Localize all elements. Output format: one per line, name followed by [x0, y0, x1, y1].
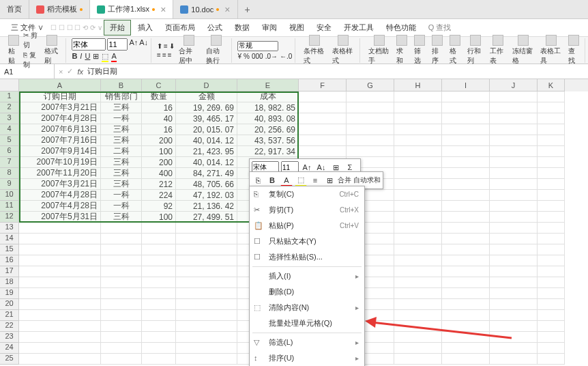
cell-reference-box[interactable]: A1 [0, 64, 55, 79]
menu-insert[interactable]: 插入 [132, 20, 158, 35]
cell[interactable] [19, 310, 101, 321]
align-left-icon[interactable]: ≡ [157, 51, 161, 59]
cell[interactable]: 16 [142, 124, 176, 135]
cell[interactable] [142, 332, 176, 343]
cell[interactable]: 48, 705. 66 [176, 179, 237, 190]
col-header-C[interactable]: C [142, 79, 176, 92]
cell[interactable] [101, 310, 142, 321]
cell[interactable] [538, 102, 565, 113]
cell[interactable] [490, 255, 538, 266]
cell[interactable] [176, 223, 237, 234]
cell[interactable] [347, 135, 394, 146]
cell[interactable]: 2007年3月21日 [19, 102, 101, 113]
row-header-19[interactable]: 19 [0, 288, 19, 299]
cell[interactable] [299, 102, 347, 113]
cell[interactable] [538, 135, 565, 146]
cell[interactable] [442, 223, 490, 234]
tab-home[interactable]: 首页 [0, 0, 29, 18]
cell[interactable] [490, 113, 538, 124]
col-header-G[interactable]: G [347, 79, 394, 92]
cell[interactable]: 212 [142, 179, 176, 190]
cell[interactable]: 20, 256. 69 [237, 124, 299, 135]
tab-doc[interactable]: 10.doc × [173, 0, 237, 18]
cell[interactable] [176, 244, 237, 255]
cell[interactable]: 2007年5月31日 [19, 212, 101, 223]
cell[interactable] [442, 266, 490, 277]
cell[interactable]: 一科 [101, 190, 142, 201]
cell[interactable] [394, 113, 442, 124]
cell[interactable] [538, 201, 565, 212]
col-header-B[interactable]: B [101, 79, 142, 92]
cell[interactable]: 2007年3月21日 [19, 179, 101, 190]
cell[interactable]: 一科 [101, 113, 142, 124]
cell[interactable]: 40, 014. 12 [176, 157, 237, 168]
fx-icon[interactable]: fx [77, 68, 83, 76]
fx-cancel-icon[interactable]: × [59, 68, 63, 76]
mini-border2-icon[interactable]: ⊞ [323, 174, 336, 186]
cell[interactable] [101, 299, 142, 310]
cell[interactable] [347, 102, 394, 113]
cell[interactable]: 16 [142, 102, 176, 113]
sum-button[interactable]: 求和 [394, 33, 410, 67]
table-tool-button[interactable]: 表格工具 [538, 33, 564, 67]
cell[interactable] [442, 157, 490, 168]
cell[interactable] [142, 244, 176, 255]
cell[interactable] [442, 92, 490, 102]
menu-features[interactable]: 特色功能 [381, 20, 422, 35]
align-bot-icon[interactable]: ⬇ [169, 42, 175, 50]
cell[interactable]: 84, 271. 49 [176, 168, 237, 179]
cell[interactable]: 400 [142, 168, 176, 179]
mini-font-color-icon[interactable]: A [280, 174, 293, 186]
cell[interactable] [490, 277, 538, 288]
cell[interactable]: 20, 015. 07 [176, 124, 237, 135]
tab-template[interactable]: 稻壳模板 [29, 0, 90, 18]
context-menu-item[interactable]: 删除(D) [250, 284, 364, 300]
mini-bold-button[interactable]: B [266, 174, 278, 186]
cell[interactable]: 三科 [101, 157, 142, 168]
cell[interactable]: 三科 [101, 124, 142, 135]
col-header-D[interactable]: D [176, 79, 237, 92]
col-header-J[interactable]: J [490, 79, 538, 92]
cell[interactable] [19, 277, 101, 288]
close-icon[interactable]: × [160, 4, 166, 15]
cell[interactable]: 订购日期 [19, 92, 101, 102]
context-menu-item[interactable]: 批量处理单元格(Q) [250, 315, 364, 331]
cell[interactable] [19, 244, 101, 255]
cell[interactable]: 21, 136. 42 [176, 201, 237, 212]
row-header-13[interactable]: 13 [0, 223, 19, 234]
cell[interactable] [538, 354, 565, 365]
cell[interactable] [442, 190, 490, 201]
cell[interactable]: 2007年9月14日 [19, 146, 101, 157]
cell[interactable] [142, 266, 176, 277]
cell[interactable]: 47, 192. 03 [176, 190, 237, 201]
cell[interactable]: 金额 [176, 92, 237, 102]
cell[interactable] [347, 113, 394, 124]
cell[interactable] [176, 255, 237, 266]
cell[interactable] [490, 212, 538, 223]
col-header-E[interactable]: E [237, 79, 299, 92]
col-header-H[interactable]: H [394, 79, 442, 92]
menu-pagelayout[interactable]: 页面布局 [160, 20, 201, 35]
bold-button[interactable]: B [72, 52, 77, 62]
cell[interactable] [394, 277, 442, 288]
cell[interactable] [347, 124, 394, 135]
cell[interactable]: 27, 499. 51 [176, 212, 237, 223]
cell[interactable] [19, 266, 101, 277]
cell[interactable] [142, 255, 176, 266]
format-painter-button[interactable]: 格式刷 [42, 33, 63, 67]
context-menu-item[interactable]: ⎘复制(C)Ctrl+C [250, 186, 364, 202]
cell[interactable] [176, 332, 237, 343]
cell[interactable] [394, 168, 442, 179]
row-header-21[interactable]: 21 [0, 310, 19, 321]
cell[interactable] [538, 321, 565, 332]
cell[interactable] [538, 190, 565, 201]
cell[interactable] [538, 179, 565, 190]
cell[interactable] [490, 157, 538, 168]
row-header-20[interactable]: 20 [0, 299, 19, 310]
cell[interactable] [394, 135, 442, 146]
cell[interactable]: 2007年10月19日 [19, 157, 101, 168]
cell[interactable] [490, 190, 538, 201]
mini-align-icon[interactable]: ≡ [309, 174, 321, 186]
cell[interactable]: 三科 [101, 212, 142, 223]
cell[interactable] [176, 266, 237, 277]
